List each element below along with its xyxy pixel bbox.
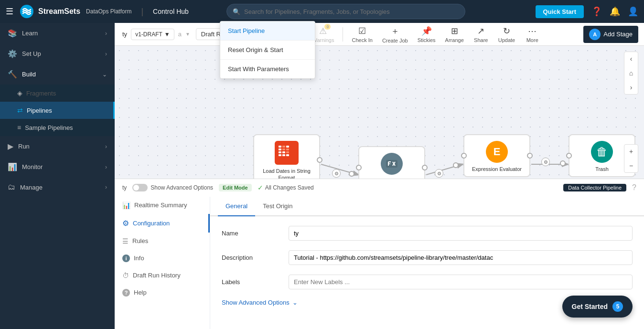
realtime-icon: 📊 bbox=[122, 202, 130, 209]
get-started-button[interactable]: Get Started 5 bbox=[562, 296, 633, 318]
description-row: Description bbox=[222, 250, 633, 265]
expression-left-connector[interactable] bbox=[461, 153, 467, 159]
sub-sidebar-realtime[interactable]: 📊 Realtime Summary bbox=[115, 197, 210, 214]
sidebar-setup-label: Set Up bbox=[22, 50, 41, 57]
canvas-zoom-controls: + − bbox=[624, 144, 638, 173]
svg-rect-16 bbox=[286, 154, 289, 156]
version-label: v1-DRAFT bbox=[135, 31, 162, 38]
share-label: Share bbox=[474, 37, 488, 43]
svg-rect-14 bbox=[286, 149, 289, 150]
help-icon[interactable]: ❓ bbox=[591, 6, 602, 17]
stickies-button[interactable]: 📌 Stickies bbox=[414, 24, 440, 45]
version-chevron-icon: ▼ bbox=[164, 31, 170, 38]
add-stage-button[interactable]: A Add Stage bbox=[583, 26, 638, 43]
trash-icon: 🗑 bbox=[591, 141, 613, 163]
sub-sidebar-draft-run-history[interactable]: ⏱ Draft Run History bbox=[115, 267, 210, 284]
load-dates-right-connector[interactable] bbox=[317, 157, 322, 163]
canvas-area: Load Dates in String Format ⚙ bbox=[115, 46, 644, 179]
fragments-icon: ◈ bbox=[17, 89, 22, 97]
canvas-nav: ‹ ⌂ › bbox=[624, 52, 638, 95]
realtime-label: Realtime Summary bbox=[134, 202, 187, 209]
notifications-icon[interactable]: 🔔 bbox=[610, 6, 620, 17]
create-job-button[interactable]: ＋ Create Job bbox=[378, 23, 412, 45]
update-button[interactable]: ↻ Update bbox=[494, 24, 519, 45]
edit-mode-badge: Edit Mode bbox=[219, 184, 252, 191]
trash-title: Trash bbox=[573, 166, 631, 172]
sidebar-item-monitor[interactable]: 📊 Monitor › bbox=[0, 157, 115, 177]
sidebar-item-pipelines[interactable]: ⇄ Pipelines bbox=[0, 102, 115, 119]
dropdown-reset-origin[interactable]: Reset Origin & Start bbox=[220, 40, 315, 59]
more-button[interactable]: ⋯ More bbox=[521, 24, 544, 45]
field-type-left-connector[interactable] bbox=[356, 165, 362, 170]
connector-circle-2 bbox=[453, 162, 459, 168]
description-input[interactable] bbox=[289, 250, 633, 265]
run-chevron-icon: › bbox=[105, 143, 107, 150]
arrange-button[interactable]: ⊞ Arrange bbox=[441, 24, 468, 45]
update-icon: ↻ bbox=[503, 26, 510, 36]
account-icon[interactable]: 👤 bbox=[628, 6, 638, 17]
labels-input[interactable] bbox=[289, 275, 633, 289]
node-field-type[interactable]: Field Type Converter bbox=[358, 146, 425, 179]
draft-history-icon: ⏱ bbox=[122, 272, 129, 279]
checkin-button[interactable]: ☑ Check In bbox=[348, 24, 376, 45]
tab-test-origin[interactable]: Test Origin bbox=[255, 197, 300, 216]
run-icon: ▶ bbox=[8, 142, 13, 151]
pipeline-area: ty v1-DRAFT ▼ a ▼ Draft Run ▼ 👁 Preview … bbox=[115, 23, 644, 329]
search-input[interactable] bbox=[244, 8, 459, 15]
svg-rect-10 bbox=[282, 149, 285, 150]
sub-sidebar-configuration[interactable]: ⚙ Configuration bbox=[115, 214, 210, 233]
show-advanced-label: Show Advanced Options bbox=[150, 184, 213, 191]
trash-left-connector[interactable] bbox=[566, 153, 572, 159]
nav-left-button[interactable]: ‹ bbox=[624, 52, 638, 65]
sub-sidebar-info[interactable]: i Info bbox=[115, 250, 210, 267]
name-input[interactable] bbox=[289, 226, 633, 241]
sidebar-item-manage[interactable]: 🗂 Manage › bbox=[0, 177, 115, 197]
left-sidebar: 📚 Learn › ⚙️ Set Up › 🔨 Build ⌄ ◈ Fragme… bbox=[0, 23, 115, 329]
nav-separator: | bbox=[141, 7, 143, 17]
sidebar-manage-label: Manage bbox=[20, 184, 43, 191]
logo-text: StreamSets bbox=[38, 7, 80, 16]
status-help-icon[interactable]: ? bbox=[632, 183, 636, 192]
toggle-knob bbox=[133, 185, 139, 191]
share-button[interactable]: ↗ Share bbox=[470, 24, 493, 45]
gear-connector-3: ⚙ bbox=[541, 158, 550, 166]
quick-start-button[interactable]: Quick Start bbox=[536, 5, 584, 18]
more-label: More bbox=[526, 37, 538, 43]
help-label: Help bbox=[134, 289, 147, 296]
sidebar-learn-label: Learn bbox=[22, 30, 38, 37]
sidebar-item-setup[interactable]: ⚙️ Set Up › bbox=[0, 43, 115, 64]
sidebar-item-fragments[interactable]: ◈ Fragments bbox=[0, 85, 115, 102]
node-expression[interactable]: E Expression Evaluator bbox=[463, 134, 530, 177]
nav-right-button[interactable]: › bbox=[624, 81, 638, 94]
sidebar-item-learn[interactable]: 📚 Learn › bbox=[0, 23, 115, 43]
sidebar-item-build[interactable]: 🔨 Build ⌄ bbox=[0, 64, 115, 85]
draft-history-label: Draft Run History bbox=[133, 272, 181, 279]
expression-right-connector[interactable] bbox=[527, 153, 533, 159]
toolbar-divider-2 bbox=[343, 27, 343, 42]
tab-general[interactable]: General bbox=[218, 197, 255, 216]
search-bar: 🔍 bbox=[226, 4, 465, 19]
collector-pipeline-badge: Data Collector Pipeline bbox=[563, 184, 626, 191]
nav-home-button[interactable]: ⌂ bbox=[624, 66, 638, 80]
svg-rect-5 bbox=[279, 146, 281, 148]
setup-icon: ⚙️ bbox=[8, 49, 17, 58]
create-job-label: Create Job bbox=[382, 38, 408, 43]
svg-rect-11 bbox=[282, 151, 285, 153]
zoom-out-button[interactable]: − bbox=[624, 159, 638, 172]
sub-sidebar-help[interactable]: ? Help bbox=[115, 284, 210, 301]
update-label: Update bbox=[498, 37, 515, 43]
sidebar-item-run[interactable]: ▶ Run › bbox=[0, 136, 115, 157]
node-load-dates[interactable]: Load Dates in String Format bbox=[253, 134, 320, 179]
monitor-chevron-icon: › bbox=[105, 164, 107, 170]
hamburger-icon[interactable]: ☰ bbox=[6, 6, 13, 17]
version-select[interactable]: v1-DRAFT ▼ bbox=[131, 29, 174, 40]
zoom-in-button[interactable]: + bbox=[624, 145, 638, 158]
add-stage-label: Add Stage bbox=[603, 31, 633, 38]
show-advanced-toggle[interactable] bbox=[132, 184, 148, 191]
field-type-right-connector[interactable] bbox=[422, 165, 428, 170]
sidebar-item-sample-pipelines[interactable]: ≡ Sample Pipelines bbox=[0, 119, 115, 136]
share-icon: ↗ bbox=[477, 26, 484, 36]
dropdown-start-pipeline[interactable]: Start Pipeline bbox=[220, 23, 315, 40]
dropdown-start-params[interactable]: Start With Parameters bbox=[220, 59, 315, 78]
sub-sidebar-rules[interactable]: ☰ Rules bbox=[115, 233, 210, 250]
